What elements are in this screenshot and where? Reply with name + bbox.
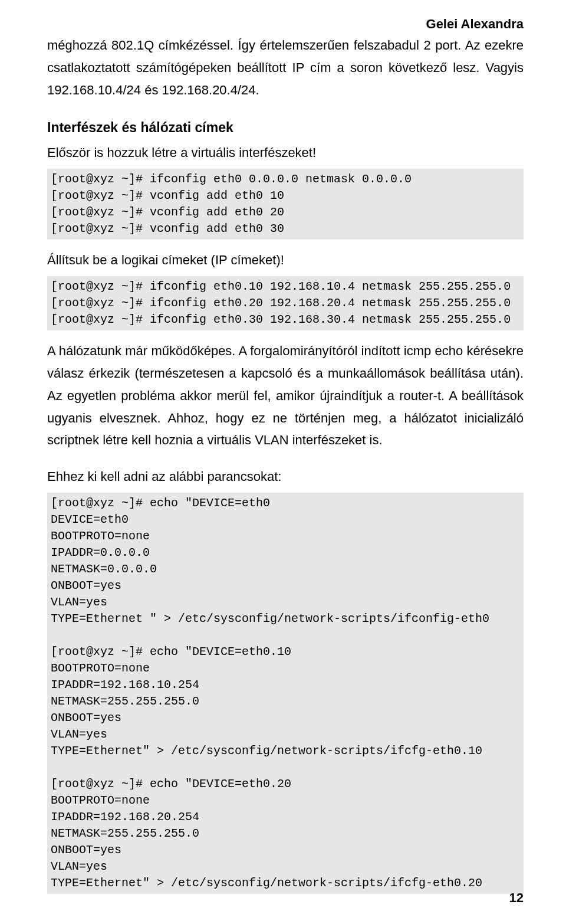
- code-block-echo-scripts: [root@xyz ~]# echo "DEVICE=eth0 DEVICE=e…: [47, 493, 524, 894]
- code-block-ifconfig-ip: [root@xyz ~]# ifconfig eth0.10 192.168.1…: [47, 276, 524, 330]
- code-block-vconfig: [root@xyz ~]# ifconfig eth0 0.0.0.0 netm…: [47, 169, 524, 240]
- section-title-interfaces: Interfészek és hálózati címek: [47, 120, 524, 136]
- page-number: 12: [509, 890, 524, 906]
- paragraph-set-ip: Állítsuk be a logikai címeket (IP címeke…: [47, 249, 524, 271]
- header-author: Gelei Alexandra: [47, 17, 524, 32]
- paragraph-intro: méghozzá 802.1Q címkézéssel. Így értelem…: [47, 34, 524, 101]
- paragraph-network-working: A hálózatunk már működőképes. A forgalom…: [47, 340, 524, 451]
- paragraph-commands-intro: Ehhez ki kell adni az alábbi parancsokat…: [47, 466, 524, 488]
- section-intro-text: Először is hozzuk létre a virtuális inte…: [47, 142, 524, 164]
